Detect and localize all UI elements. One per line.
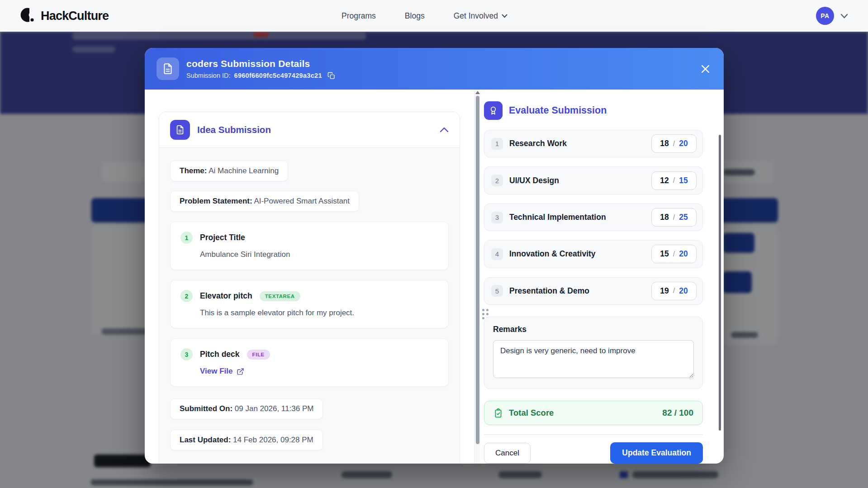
criterion-number: 1 [491, 138, 503, 150]
document-icon [157, 57, 179, 80]
award-ribbon-icon [484, 101, 503, 120]
brand-name: HackCulture [41, 9, 109, 23]
chevron-down-icon[interactable] [840, 14, 848, 19]
modal-footer: Cancel Update Evaluation [484, 434, 703, 464]
criterion-row-uiux-design: 2 UI/UX Design 12 / 15 [484, 166, 703, 194]
submission-details-modal: coders Submission Details Submission ID:… [145, 48, 724, 464]
field-value: This is a sample elevator pitch for my p… [200, 308, 438, 317]
score-value[interactable]: 18 [660, 139, 669, 148]
criterion-label: Research Work [509, 139, 567, 148]
field-number-badge: 1 [180, 232, 193, 244]
modal-title: coders Submission Details [186, 58, 335, 69]
cancel-button[interactable]: Cancel [484, 443, 531, 464]
field-number-badge: 2 [180, 290, 193, 302]
right-pane-scrollbar[interactable] [719, 135, 721, 431]
last-updated-label: Last Updated: [180, 436, 231, 444]
idea-submission-card: Idea Submission Theme: Ai Machine Learni… [159, 112, 460, 464]
total-score-label: Total Score [509, 408, 554, 418]
remarks-label: Remarks [493, 325, 694, 334]
field-label: Elevator pitch [200, 291, 252, 301]
score-slash: / [673, 140, 675, 148]
criterion-label: Technical Implementation [509, 213, 606, 222]
update-evaluation-button[interactable]: Update Evaluation [610, 442, 703, 464]
score-value[interactable]: 18 [660, 213, 669, 222]
modal-header: coders Submission Details Submission ID:… [145, 48, 724, 90]
total-score-value: 82 / 100 [662, 408, 693, 418]
top-navbar: HackCulture Programs Blogs Get Involved … [0, 0, 868, 32]
submitted-on-value: 09 Jan 2026, 11:36 PM [235, 404, 314, 413]
score-input[interactable]: 19 / 20 [651, 282, 697, 300]
score-max: 20 [679, 249, 688, 259]
score-slash: / [673, 250, 675, 258]
problem-statement-value: AI-Powered Smart Assistant [254, 197, 350, 205]
submission-id-label: Submission ID: [186, 72, 231, 79]
field-card-pitch-deck: 3 Pitch deck FILE View File [170, 338, 449, 387]
close-icon[interactable] [701, 64, 710, 75]
score-value[interactable]: 19 [660, 286, 669, 296]
idea-submission-pane: Idea Submission Theme: Ai Machine Learni… [145, 90, 474, 464]
field-label: Project Title [200, 233, 245, 242]
brand[interactable]: HackCulture [20, 7, 109, 25]
problem-statement-label: Problem Statement: [180, 197, 252, 205]
score-input[interactable]: 18 / 20 [651, 134, 697, 153]
nav-link-blogs[interactable]: Blogs [405, 11, 425, 21]
score-slash: / [673, 176, 675, 185]
chevron-down-icon [502, 14, 508, 18]
field-label: Pitch deck [200, 350, 240, 359]
score-input[interactable]: 15 / 20 [651, 245, 697, 263]
score-input[interactable]: 18 / 25 [651, 208, 697, 227]
last-updated-value: 14 Feb 2026, 09:28 PM [233, 436, 313, 444]
score-max: 15 [679, 176, 688, 185]
idea-submission-body: Theme: Ai Machine Learning Problem State… [159, 147, 460, 464]
hackculture-logo-icon [20, 7, 36, 25]
field-type-badge: FILE [247, 350, 270, 360]
criterion-row-innovation-creativity: 4 Innovation & Creativity 15 / 20 [484, 240, 703, 268]
criterion-row-research-work: 1 Research Work 18 / 20 [484, 130, 703, 157]
theme-chip: Theme: Ai Machine Learning [170, 161, 288, 181]
criterion-number: 4 [491, 248, 503, 260]
criterion-row-technical-implementation: 3 Technical Implementation 18 / 25 [484, 204, 703, 231]
score-slash: / [673, 287, 675, 295]
score-max: 20 [679, 139, 688, 148]
nav-link-get-involved[interactable]: Get Involved [454, 11, 508, 21]
idea-submission-header[interactable]: Idea Submission [159, 112, 460, 147]
submission-id-value: 6960f6609fc5c497429a3c21 [234, 72, 322, 79]
field-card-elevator-pitch: 2 Elevator pitch TEXTAREA This is a samp… [170, 280, 449, 328]
last-updated-chip: Last Updated: 14 Feb 2026, 09:28 PM [170, 430, 323, 450]
criterion-label: Innovation & Creativity [509, 249, 596, 259]
evaluate-submission-title: Evaluate Submission [509, 105, 607, 116]
score-value[interactable]: 12 [660, 176, 669, 185]
field-card-project-title: 1 Project Title Ambulance Siri Integrati… [170, 222, 449, 270]
total-score-banner: Total Score 82 / 100 [484, 401, 703, 425]
account-menu[interactable]: PA [816, 7, 848, 25]
score-input[interactable]: 12 / 15 [651, 171, 697, 190]
avatar[interactable]: PA [816, 7, 834, 25]
field-value: Ambulance Siri Integration [200, 250, 438, 259]
copy-icon[interactable] [327, 72, 335, 80]
score-max: 20 [679, 286, 688, 296]
score-value[interactable]: 15 [660, 249, 669, 259]
document-icon [170, 120, 190, 140]
idea-submission-title: Idea Submission [197, 124, 271, 135]
chevron-up-icon[interactable] [440, 127, 449, 133]
nav-links: Programs Blogs Get Involved [342, 11, 508, 21]
submitted-on-label: Submitted On: [180, 404, 232, 413]
criterion-number: 3 [491, 212, 503, 223]
remarks-textarea[interactable]: Design is very generic, need to improve [493, 340, 694, 378]
theme-value: Ai Machine Learning [209, 166, 279, 175]
score-slash: / [673, 213, 675, 222]
criterion-row-presentation-demo: 5 Presentation & Demo 19 / 20 [484, 277, 703, 305]
evaluate-submission-pane: Evaluate Submission 1 Research Work 18 /… [474, 90, 724, 464]
theme-label: Theme: [180, 166, 207, 175]
criterion-label: Presentation & Demo [509, 286, 589, 296]
submitted-on-chip: Submitted On: 09 Jan 2026, 11:36 PM [170, 398, 323, 419]
clipboard-check-icon [493, 408, 503, 418]
view-file-link[interactable]: View File [200, 367, 244, 376]
problem-statement-chip: Problem Statement: AI-Powered Smart Assi… [170, 191, 359, 212]
field-type-badge: TEXTAREA [260, 291, 300, 301]
criterion-number: 5 [491, 285, 503, 297]
score-max: 25 [679, 213, 688, 222]
criterion-label: UI/UX Design [509, 176, 559, 185]
nav-link-programs[interactable]: Programs [342, 11, 376, 21]
external-link-icon [237, 368, 244, 375]
